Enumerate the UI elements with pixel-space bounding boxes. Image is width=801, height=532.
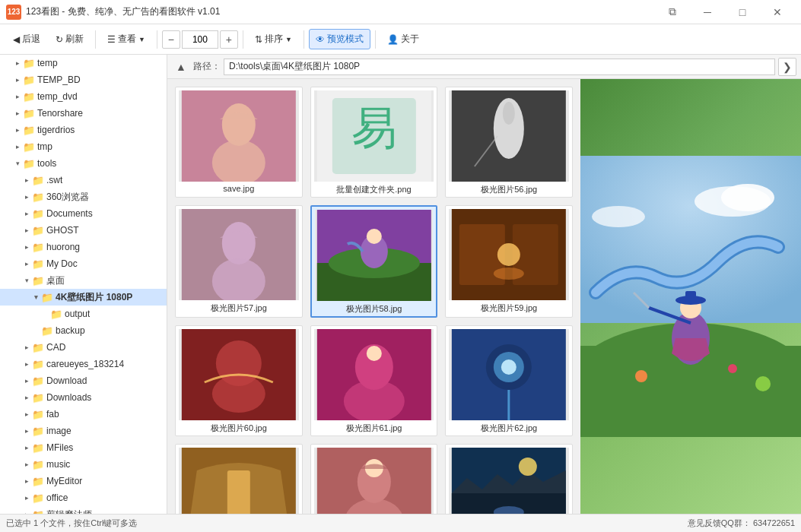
folder-icon: 📁 — [32, 458, 44, 470]
tree-arrow-icon: ▸ — [12, 91, 23, 102]
tree-arrow-icon: ▸ — [21, 342, 32, 353]
image-filename: 极光图片60.jpg — [179, 423, 299, 434]
preview-image — [580, 79, 801, 514]
sidebar-item[interactable]: 📁output — [0, 306, 167, 322]
sidebar-item[interactable]: ▸📁GHOST — [0, 222, 167, 239]
sidebar-item[interactable]: ▸📁music — [0, 456, 167, 473]
image-thumbnail — [179, 329, 299, 420]
sidebar-item[interactable]: ▸📁tmp — [0, 138, 167, 155]
restore-button[interactable]: ⧉ — [655, 0, 690, 24]
image-cell[interactable]: 极光图片64.jpg — [310, 444, 438, 514]
tree-item-label: temp — [37, 58, 58, 68]
tree-item-label: 桌面 — [46, 274, 65, 287]
sidebar-item[interactable]: ▸📁temp — [0, 55, 167, 71]
sidebar-item[interactable]: ▸📁Downloads — [0, 389, 167, 406]
main-area: ▸📁temp▸📁TEMP_BD▸📁temp_dvd▸📁Tenorshare▸📁t… — [0, 55, 801, 514]
sidebar-item[interactable]: ▸📁TEMP_BD — [0, 71, 167, 88]
view-dropdown-icon: ▼ — [138, 36, 145, 43]
sidebar-item[interactable]: ▸📁MFiles — [0, 439, 167, 456]
back-button[interactable]: ◀ 后退 — [6, 29, 47, 49]
zoom-input[interactable] — [182, 30, 218, 49]
image-cell[interactable]: 易 批量创建文件夹.png — [310, 87, 438, 198]
sidebar-item[interactable]: ▸📁office — [0, 489, 167, 506]
sidebar-item[interactable]: ▸📁Tenorshare — [0, 105, 167, 122]
image-filename: 极光图片62.jpg — [449, 423, 569, 434]
tree-arrow-icon: ▸ — [21, 392, 32, 403]
sidebar-item[interactable]: ▸📁MyEditor — [0, 473, 167, 489]
tree-arrow-icon: ▸ — [21, 208, 32, 219]
sidebar-item[interactable]: ▸📁360浏览器 — [0, 188, 167, 205]
tree-arrow-icon: ▸ — [21, 442, 32, 453]
tree-item-label: office — [46, 492, 68, 503]
view-icon: ☰ — [107, 34, 116, 45]
tree-item-label: tools — [37, 158, 56, 169]
image-thumbnail — [179, 448, 299, 514]
sidebar-item[interactable]: ▸📁Download — [0, 372, 167, 389]
sidebar-item[interactable]: ▸📁tigerdrios — [0, 122, 167, 138]
image-filename: 极光图片56.jpg — [449, 184, 569, 195]
status-left: 已选中 1 个文件，按住Ctrl键可多选 — [6, 518, 137, 529]
sidebar-item[interactable]: ▸📁huorong — [0, 239, 167, 255]
tree-arrow-icon: ▸ — [21, 242, 32, 252]
folder-icon: 📁 — [32, 508, 44, 514]
image-cell[interactable]: 极光图片62.jpg — [445, 325, 573, 436]
folder-icon: 📁 — [23, 57, 35, 69]
minimize-button[interactable]: ─ — [690, 0, 725, 24]
tree-item-label: temp_dvd — [37, 91, 78, 102]
sort-button[interactable]: ⇅ 排序 ▼ — [248, 29, 299, 49]
go-button[interactable]: ❯ — [778, 58, 796, 76]
tree-item-label: GHOST — [46, 225, 79, 236]
sidebar-item[interactable]: ▸📁.swt — [0, 172, 167, 188]
image-cell[interactable]: 极光图片65.jpg — [445, 444, 573, 514]
sidebar-item[interactable]: ▸📁Documents — [0, 205, 167, 222]
path-input[interactable] — [224, 59, 775, 75]
sidebar-item[interactable]: ▾📁tools — [0, 155, 167, 172]
zoom-out-button[interactable]: − — [162, 30, 180, 49]
maximize-button[interactable]: □ — [725, 0, 760, 24]
folder-icon: 📁 — [32, 408, 44, 420]
folder-icon: 📁 — [23, 107, 35, 119]
sidebar-item[interactable]: ▾📁4K壁纸图片 1080P — [0, 289, 167, 306]
image-cell[interactable]: 极光图片63.jpg — [175, 444, 303, 514]
image-cell[interactable]: 极光图片60.jpg — [175, 325, 303, 436]
tree-arrow-icon: ▾ — [12, 158, 23, 169]
svg-point-29 — [366, 346, 381, 361]
image-cell[interactable]: save.jpg — [175, 87, 303, 198]
image-thumbnail — [449, 209, 569, 300]
image-cell[interactable]: 极光图片61.jpg — [310, 325, 438, 436]
image-cell[interactable]: 极光图片56.jpg — [445, 87, 573, 198]
sidebar-item[interactable]: ▸📁careueyes_183214 — [0, 356, 167, 372]
sidebar-item[interactable]: ▸📁My Doc — [0, 255, 167, 272]
sidebar-item[interactable]: ▸📁temp_dvd — [0, 88, 167, 105]
tree-item-label: Download — [46, 375, 87, 386]
sidebar-item[interactable]: ▸📁fab — [0, 406, 167, 423]
image-thumbnail — [315, 210, 434, 301]
refresh-icon: ↻ — [56, 34, 63, 45]
sidebar-item[interactable]: ▾📁桌面 — [0, 272, 167, 289]
refresh-button[interactable]: ↻ 刷新 — [49, 29, 91, 49]
sidebar-item[interactable]: ▸📁CAD — [0, 339, 167, 356]
svg-point-17 — [366, 229, 381, 244]
svg-point-49 — [721, 184, 774, 211]
image-cell[interactable]: 极光图片58.jpg — [310, 205, 438, 318]
zoom-in-button[interactable]: + — [220, 30, 238, 49]
separator2 — [157, 30, 157, 49]
image-cell[interactable]: 极光图片59.jpg — [445, 205, 573, 318]
preview-mode-button[interactable]: 👁 预览模式 — [309, 29, 370, 49]
image-filename: 极光图片59.jpg — [449, 302, 569, 314]
about-button[interactable]: 👤 关于 — [380, 29, 426, 49]
tree-arrow-icon: ▸ — [21, 459, 32, 470]
statusbar: 已选中 1 个文件，按住Ctrl键可多选 意见反馈QQ群： 634722651 — [0, 514, 801, 532]
sidebar-item[interactable]: ▸📁image — [0, 423, 167, 439]
sidebar-item[interactable]: ▸📁剪辑魔法师 — [0, 506, 167, 514]
image-cell[interactable]: 极光图片57.jpg — [175, 205, 303, 318]
view-button[interactable]: ☰ 查看 ▼ — [100, 29, 152, 49]
sidebar-item[interactable]: 📁backup — [0, 322, 167, 339]
nav-up-button[interactable]: ▲ — [172, 58, 190, 76]
image-thumbnail — [449, 448, 569, 514]
app-icon: 123 — [6, 5, 21, 20]
tree-arrow-icon: ▸ — [21, 192, 32, 202]
close-button[interactable]: ✕ — [760, 0, 795, 24]
svg-point-1 — [222, 103, 256, 146]
grid-container: save.jpg 易 批量创建文件夹.png 极光图片56.jpg 极光图片57… — [167, 79, 801, 514]
